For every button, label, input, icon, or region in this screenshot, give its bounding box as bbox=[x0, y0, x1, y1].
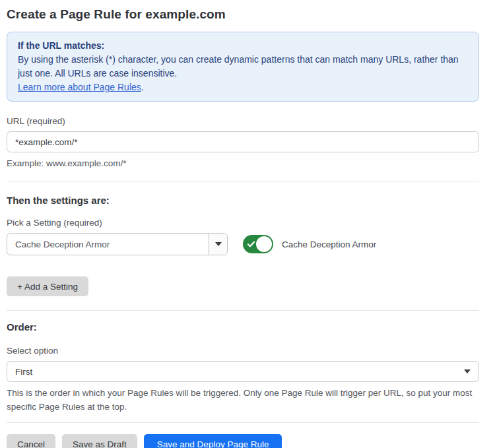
divider bbox=[7, 181, 479, 181]
pick-setting-label: Pick a Setting (required) bbox=[7, 218, 479, 228]
divider bbox=[7, 422, 479, 423]
order-helper: This is the order in which your Page Rul… bbox=[7, 386, 478, 414]
url-match-info-box: If the URL matches: By using the asteris… bbox=[7, 32, 479, 102]
create-page-rule-form: Create a Page Rule for example.com If th… bbox=[0, 0, 495, 448]
check-icon bbox=[247, 240, 255, 249]
url-input[interactable] bbox=[7, 131, 479, 152]
settings-heading: Then the settings are: bbox=[7, 195, 479, 207]
chevron-down-icon bbox=[464, 369, 471, 373]
order-select[interactable]: First bbox=[7, 361, 479, 382]
save-draft-button[interactable]: Save as Draft bbox=[62, 434, 137, 448]
order-heading: Order: bbox=[7, 321, 479, 333]
info-box-link-line: Learn more about Page Rules. bbox=[18, 80, 468, 94]
setting-picker-dropdown[interactable]: Cache Deception Armor bbox=[7, 233, 228, 255]
divider bbox=[7, 310, 479, 311]
add-setting-button[interactable]: + Add a Setting bbox=[7, 276, 88, 296]
order-select-label: Select option bbox=[7, 346, 479, 356]
cancel-button[interactable]: Cancel bbox=[7, 434, 55, 448]
setting-toggle-label: Cache Deception Armor bbox=[282, 240, 376, 249]
url-label: URL (required) bbox=[7, 116, 479, 127]
setting-picker-value: Cache Deception Armor bbox=[7, 240, 209, 249]
setting-picker-arrow-button[interactable] bbox=[209, 234, 227, 255]
toggle-knob bbox=[256, 236, 272, 252]
footer-actions: Cancel Save as Draft Save and Deploy Pag… bbox=[7, 434, 479, 448]
info-box-heading: If the URL matches: bbox=[18, 39, 468, 53]
page-title: Create a Page Rule for example.com bbox=[7, 7, 479, 22]
link-suffix: . bbox=[141, 82, 144, 92]
info-box-body: By using the asterisk (*) character, you… bbox=[18, 53, 468, 80]
save-deploy-button[interactable]: Save and Deploy Page Rule bbox=[144, 434, 282, 448]
url-example-helper: Example: www.example.com/* bbox=[7, 156, 479, 170]
chevron-down-icon bbox=[215, 242, 222, 246]
setting-row: Cache Deception Armor Cache Deception Ar… bbox=[7, 233, 479, 255]
setting-toggle-on[interactable] bbox=[243, 235, 273, 253]
learn-more-link[interactable]: Learn more about Page Rules bbox=[18, 82, 141, 92]
order-select-value: First bbox=[15, 367, 464, 377]
